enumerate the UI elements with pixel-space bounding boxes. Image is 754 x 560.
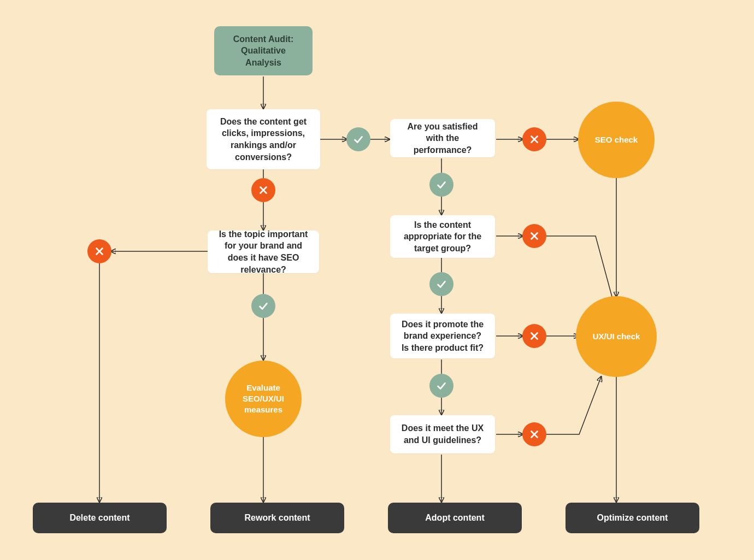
outcome-rework-text: Rework content (244, 512, 310, 524)
cross-icon (522, 324, 546, 348)
decision-q6-text: Does it meet the UX and UI guidelines? (400, 422, 485, 446)
outcome-adopt-text: Adopt content (425, 512, 484, 524)
cross-icon (522, 224, 546, 248)
decision-q1-text: Does the content get clicks, impressions… (216, 116, 310, 163)
outcome-delete-text: Delete content (69, 512, 129, 524)
decision-q2: Is the topic important for your brand an… (208, 231, 319, 273)
decision-q5: Does it promote the brand experience? Is… (390, 314, 495, 358)
outcome-adopt: Adopt content (388, 503, 522, 533)
process-seo-check: SEO check (578, 102, 655, 178)
outcome-rework: Rework content (210, 503, 344, 533)
process-uxui-check-text: UX/UI check (593, 331, 640, 342)
cross-icon (251, 178, 275, 202)
decision-q2-text: Is the topic important for your brand an… (217, 228, 309, 275)
outcome-optimize-text: Optimize content (597, 512, 668, 524)
cross-icon (522, 127, 546, 151)
start-node: Content Audit: Qualitative Analysis (214, 26, 313, 75)
decision-q1: Does the content get clicks, impressions… (207, 109, 320, 169)
cross-icon (87, 239, 111, 263)
cross-icon (522, 422, 546, 446)
outcome-delete: Delete content (33, 503, 167, 533)
start-label: Content Audit: Qualitative Analysis (224, 33, 303, 69)
process-seo-check-text: SEO check (595, 134, 638, 145)
check-icon (429, 173, 453, 197)
check-icon (251, 294, 275, 318)
flowchart-edges (0, 0, 754, 560)
outcome-optimize: Optimize content (566, 503, 699, 533)
check-icon (429, 272, 453, 296)
process-evaluate-text: Evaluate SEO/UX/UI measures (231, 382, 296, 416)
process-uxui-check: UX/UI check (576, 296, 657, 377)
decision-q4: Is the content appropriate for the targe… (390, 215, 495, 258)
check-icon (429, 374, 453, 398)
decision-q4-text: Is the content appropriate for the targe… (400, 219, 485, 255)
process-evaluate: Evaluate SEO/UX/UI measures (225, 361, 302, 437)
check-icon (346, 127, 370, 151)
decision-q3-text: Are you satisfied with the performance? (400, 121, 485, 156)
decision-q5-text: Does it promote the brand experience? Is… (400, 319, 485, 354)
decision-q6: Does it meet the UX and UI guidelines? (390, 415, 495, 453)
decision-q3: Are you satisfied with the performance? (390, 119, 495, 157)
